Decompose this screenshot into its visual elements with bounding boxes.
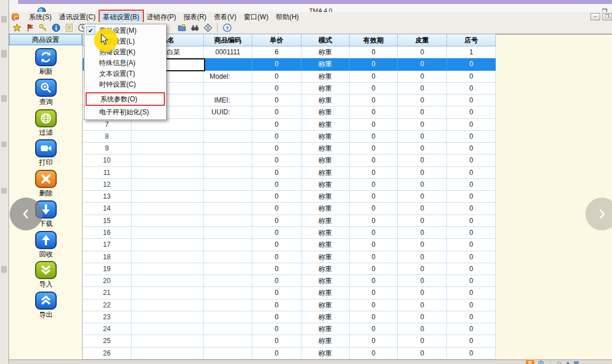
info-icon[interactable] bbox=[50, 23, 61, 33]
search-icon bbox=[35, 79, 57, 97]
menubar-item[interactable]: 系统(S) bbox=[26, 11, 54, 23]
folder-icon[interactable] bbox=[176, 23, 187, 33]
table-cell: 0 bbox=[398, 155, 447, 166]
tray-icon[interactable]: ∴ bbox=[548, 359, 552, 364]
table-row[interactable]: 140称重000 bbox=[83, 203, 496, 215]
table-cell: 称重 bbox=[301, 131, 350, 143]
table-cell: 称重 bbox=[301, 155, 350, 166]
tray-icon[interactable]: 中 bbox=[538, 359, 544, 364]
column-header[interactable]: 皮重 bbox=[398, 34, 447, 46]
toolbar-separator bbox=[217, 23, 218, 32]
sidebar-button-delete[interactable]: 删除 bbox=[9, 170, 83, 198]
note-icon[interactable] bbox=[63, 23, 74, 33]
menubar-item[interactable]: 基础设置(B) bbox=[100, 11, 142, 23]
table-cell: 0 bbox=[350, 311, 398, 323]
sidebar-button-arrow-up[interactable]: 回收 bbox=[9, 231, 83, 259]
menu-item[interactable]: 电子秤初始化(S) bbox=[84, 107, 166, 118]
column-header[interactable]: 商品编码 bbox=[204, 34, 252, 46]
table-row[interactable]: 230称重000 bbox=[83, 311, 496, 323]
table-row[interactable]: 70称重000 bbox=[83, 119, 496, 131]
column-header[interactable]: 有效期 bbox=[350, 34, 398, 46]
table-cell: 9 bbox=[83, 143, 131, 155]
sidebar-button-print[interactable]: 打印 bbox=[9, 139, 83, 168]
mdi-button[interactable]: – bbox=[590, 13, 600, 20]
column-header[interactable]: 模式 bbox=[301, 34, 350, 46]
menubar-item[interactable]: 查看(V) bbox=[211, 11, 239, 23]
table-cell: 0 bbox=[350, 239, 398, 251]
menubar-item[interactable]: 通讯设置(C) bbox=[56, 11, 99, 23]
key-icon[interactable] bbox=[37, 23, 48, 33]
table-cell: 24 bbox=[83, 323, 131, 335]
table-row[interactable]: 220称重000 bbox=[83, 299, 496, 311]
flag-icon[interactable] bbox=[24, 23, 35, 33]
sidebar-button-globe[interactable]: 过滤 bbox=[9, 109, 83, 138]
table-cell: 0 bbox=[350, 323, 398, 335]
table-cell bbox=[131, 251, 204, 263]
table-cell bbox=[131, 299, 204, 311]
sidebar-button-chevrons-down[interactable]: 导入 bbox=[9, 261, 83, 289]
table-cell: 称重 bbox=[301, 143, 350, 155]
table-row[interactable]: 190称重000 bbox=[83, 263, 496, 275]
check-icon: ✔ bbox=[86, 26, 95, 35]
table-cell bbox=[204, 311, 252, 323]
menubar-item[interactable]: 窗口(W) bbox=[241, 11, 271, 23]
table-row[interactable]: 130称重000 bbox=[83, 191, 496, 203]
table-row[interactable]: 110称重000 bbox=[83, 167, 496, 179]
table-cell bbox=[204, 299, 252, 311]
menubar-item[interactable]: 报表(R) bbox=[181, 11, 210, 23]
input-method-icon[interactable]: S bbox=[526, 359, 534, 364]
table-row[interactable]: 160称重000 bbox=[83, 227, 496, 239]
table-row[interactable]: 150称重000 bbox=[83, 215, 496, 227]
table-row[interactable]: 80称重000 bbox=[83, 131, 496, 143]
tray-icon[interactable]: ▦ bbox=[573, 359, 579, 364]
nav-previous-button[interactable] bbox=[10, 198, 42, 230]
table-row[interactable]: 100称重000 bbox=[83, 155, 496, 166]
table-row[interactable]: 170称重000 bbox=[83, 239, 496, 251]
help-icon[interactable] bbox=[222, 23, 232, 33]
star-icon[interactable] bbox=[11, 23, 22, 33]
filter-net-icon[interactable] bbox=[202, 23, 213, 33]
menu-item[interactable]: 时钟设置(C) bbox=[84, 79, 166, 90]
tray-icon[interactable]: ♦ bbox=[566, 359, 570, 364]
menubar-item[interactable]: 进销存(P) bbox=[144, 11, 179, 23]
taskbar-tray-icons: S 中∴☺♦▦ bbox=[526, 359, 612, 364]
column-header[interactable]: 店号 bbox=[447, 34, 496, 46]
table-cell: 0 bbox=[252, 263, 301, 275]
table-cell bbox=[131, 179, 204, 191]
table-row[interactable]: 260称重000 bbox=[83, 348, 496, 359]
table-cell: 称重 bbox=[301, 299, 350, 311]
screen: TMA 4.0 – ❐ 系统(S)通讯设置(C)基础设置(B)进销存(P)报表(… bbox=[0, 0, 612, 364]
table-cell bbox=[204, 323, 252, 335]
table-row[interactable]: 240称重000 bbox=[83, 323, 496, 335]
mdi-button[interactable]: ❐ bbox=[602, 13, 612, 20]
table-cell: 称重 bbox=[301, 287, 350, 299]
tray-icon[interactable]: ☺ bbox=[556, 359, 562, 364]
menu-item[interactable]: 系统参数(O) bbox=[86, 92, 165, 106]
menu-item[interactable]: 文本设置(T) bbox=[84, 68, 166, 79]
table-cell: 19 bbox=[83, 263, 131, 275]
table-row[interactable]: 210称重000 bbox=[83, 287, 496, 299]
menubar-item[interactable]: 帮助(H) bbox=[273, 11, 302, 23]
table-cell: 0 bbox=[350, 155, 398, 166]
sidebar-button-search[interactable]: 查询 bbox=[9, 79, 83, 107]
table-cell: 0 bbox=[398, 119, 447, 131]
sidebar-button-label: 导入 bbox=[9, 280, 83, 289]
table-cell: 0 bbox=[252, 299, 301, 311]
table-cell: 20 bbox=[83, 275, 131, 287]
menu-item[interactable]: 特殊信息(A) bbox=[84, 58, 166, 68]
table-cell: 0 bbox=[350, 215, 398, 227]
column-header[interactable]: 单价 bbox=[252, 34, 301, 46]
table-row[interactable]: 180称重000 bbox=[83, 251, 496, 263]
table-row[interactable]: 200称重000 bbox=[83, 275, 496, 287]
binoculars-icon[interactable] bbox=[189, 23, 200, 33]
table-cell bbox=[204, 287, 252, 299]
menu-item[interactable]: 热键设置(K) bbox=[84, 47, 166, 58]
table-cell: 0 bbox=[350, 275, 398, 287]
table-row[interactable]: 250称重000 bbox=[83, 335, 496, 347]
table-cell bbox=[204, 119, 252, 131]
sidebar-button-refresh[interactable]: 刷新 bbox=[9, 48, 83, 76]
table-cell bbox=[204, 143, 252, 155]
table-row[interactable]: 90称重000 bbox=[83, 143, 496, 155]
table-row[interactable]: 120称重000 bbox=[83, 179, 496, 191]
sidebar-button-chevrons-up[interactable]: 导出 bbox=[9, 292, 83, 320]
